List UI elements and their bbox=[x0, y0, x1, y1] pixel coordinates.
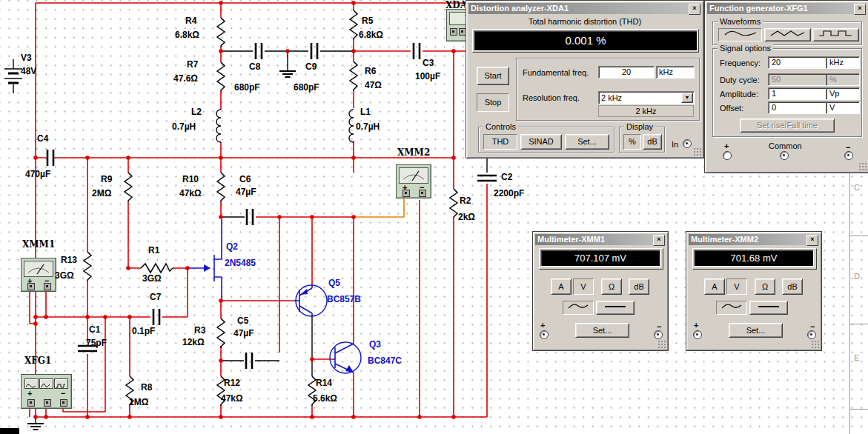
distortion-analyzer-window[interactable]: Distortion analyzer-XDA1 × Total harmoni… bbox=[466, 0, 704, 158]
minus-terminal[interactable] bbox=[44, 283, 51, 290]
minus-terminal[interactable] bbox=[654, 330, 663, 339]
chevron-down-icon[interactable]: ▼ bbox=[681, 93, 693, 103]
sine-wave-button[interactable] bbox=[718, 28, 762, 41]
capacitor-C7[interactable] bbox=[153, 309, 159, 325]
resistor-R6[interactable] bbox=[350, 61, 357, 91]
capacitor-C4[interactable] bbox=[47, 150, 53, 166]
minus-terminal[interactable] bbox=[60, 399, 67, 407]
resolution-freq-dropdown[interactable]: 2 kHz ▼ bbox=[598, 91, 695, 104]
capacitor-C6[interactable] bbox=[247, 209, 253, 225]
capacitor-C2[interactable] bbox=[477, 176, 497, 181]
ampere-button[interactable]: A bbox=[551, 278, 572, 295]
fundamental-freq-input[interactable]: 20 bbox=[598, 66, 655, 79]
resistor-R9[interactable] bbox=[125, 173, 132, 202]
db-button[interactable]: dB bbox=[782, 278, 803, 295]
xmm2-instrument-icon[interactable]: + − bbox=[396, 164, 431, 198]
dc-mode-button[interactable] bbox=[596, 301, 635, 315]
set-button[interactable]: Set... bbox=[575, 323, 629, 338]
sine-wave-icon bbox=[24, 378, 39, 389]
resize-grip[interactable] bbox=[858, 162, 867, 170]
window-titlebar[interactable]: Multimeter-XMM2 bbox=[689, 234, 819, 245]
multimeter-xmm1-window[interactable]: Multimeter-XMM1 × 707.107 mV A V Ω dB Se… bbox=[532, 231, 669, 351]
volt-button[interactable]: V bbox=[573, 278, 594, 295]
dc-mode-button[interactable] bbox=[749, 301, 788, 315]
frequency-unit[interactable]: kHz bbox=[826, 56, 860, 69]
ground-symbol[interactable] bbox=[27, 424, 44, 430]
ac-mode-button[interactable] bbox=[716, 301, 747, 315]
triangle-wave-button[interactable] bbox=[764, 28, 811, 41]
volt-button[interactable]: V bbox=[726, 278, 747, 295]
transistor-Q2[interactable] bbox=[188, 219, 222, 301]
window-titlebar[interactable]: Function generator-XFG1 bbox=[707, 3, 867, 14]
db-button[interactable]: dB bbox=[629, 278, 649, 295]
resistor-R4[interactable] bbox=[217, 18, 225, 47]
square-wave-button[interactable] bbox=[812, 28, 859, 41]
resistor-R2[interactable] bbox=[450, 189, 457, 218]
amplitude-input[interactable]: 1 bbox=[768, 87, 827, 100]
close-icon[interactable]: × bbox=[653, 235, 665, 246]
resize-grip[interactable] bbox=[657, 340, 666, 348]
xmm1-instrument-icon[interactable]: + − bbox=[21, 258, 56, 292]
resize-grip[interactable] bbox=[693, 147, 701, 156]
ground-symbol[interactable] bbox=[279, 71, 296, 77]
resistor-R5[interactable] bbox=[350, 10, 357, 40]
frequency-input[interactable]: 20 bbox=[768, 56, 827, 69]
wire-orange[interactable] bbox=[354, 198, 404, 217]
ohm-button[interactable]: Ω bbox=[755, 278, 775, 295]
minus-terminal[interactable] bbox=[419, 190, 426, 197]
close-icon[interactable]: × bbox=[854, 4, 866, 15]
minus-terminal[interactable] bbox=[807, 330, 816, 339]
thd-button[interactable]: THD bbox=[483, 134, 517, 150]
start-button[interactable]: Start bbox=[477, 67, 509, 85]
inductor-L2[interactable] bbox=[216, 110, 221, 142]
common-terminal[interactable] bbox=[780, 151, 789, 160]
plus-terminal[interactable] bbox=[27, 399, 35, 407]
common-terminal[interactable] bbox=[44, 399, 51, 407]
window-titlebar[interactable]: Multimeter-XMM1 bbox=[535, 234, 666, 245]
fundamental-freq-unit[interactable]: kHz bbox=[656, 66, 695, 79]
percent-button[interactable]: % bbox=[623, 134, 641, 150]
xfg1-instrument-icon[interactable]: + − bbox=[21, 374, 72, 409]
reading-frame: 701.68 mV bbox=[692, 248, 817, 270]
close-icon[interactable]: × bbox=[689, 4, 700, 15]
minus-terminal[interactable] bbox=[844, 151, 853, 160]
in-radio[interactable] bbox=[683, 139, 692, 148]
set-button[interactable]: Set... bbox=[565, 134, 609, 150]
capacitor-C5[interactable] bbox=[246, 353, 252, 369]
function-generator-window[interactable]: Function generator-XFG1 × Waveforms Sign… bbox=[704, 0, 868, 173]
capacitor-C8[interactable] bbox=[256, 43, 262, 59]
wire-black[interactable] bbox=[13, 51, 487, 424]
ac-mode-button[interactable] bbox=[563, 301, 594, 315]
capacitor-C3[interactable] bbox=[414, 43, 420, 59]
resistor-R10[interactable] bbox=[217, 173, 225, 202]
plus-terminal[interactable] bbox=[693, 330, 702, 339]
plus-terminal[interactable] bbox=[27, 283, 35, 290]
stop-button[interactable]: Stop bbox=[477, 93, 509, 112]
inductor-L1[interactable] bbox=[349, 110, 354, 142]
capacitor-C9[interactable] bbox=[311, 43, 317, 59]
ohm-button[interactable]: Ω bbox=[601, 278, 622, 295]
transistor-Q5[interactable] bbox=[296, 285, 327, 316]
schematic-label-3G: 3GΩ bbox=[142, 274, 162, 284]
resistor-R3[interactable] bbox=[217, 318, 225, 348]
close-icon[interactable]: × bbox=[806, 235, 818, 246]
multimeter-xmm2-window[interactable]: Multimeter-XMM2 × 701.68 mV A V Ω dB Set… bbox=[686, 231, 822, 351]
amplitude-unit[interactable]: Vp bbox=[826, 87, 860, 100]
transistor-Q5-leads[interactable] bbox=[294, 284, 312, 316]
resize-grip[interactable] bbox=[811, 340, 819, 348]
resistor-R1[interactable] bbox=[141, 264, 173, 273]
resistor-R13[interactable] bbox=[84, 252, 91, 281]
window-titlebar[interactable]: Distortion analyzer-XDA1 bbox=[468, 3, 701, 14]
offset-input[interactable]: 0 bbox=[768, 101, 827, 114]
set-button[interactable]: Set... bbox=[729, 323, 783, 338]
sinad-button[interactable]: SINAD bbox=[520, 134, 562, 150]
db-button[interactable]: dB bbox=[643, 134, 662, 150]
plus-terminal[interactable] bbox=[540, 330, 549, 339]
xda-icon-terminal[interactable] bbox=[450, 28, 457, 36]
square-wave-icon bbox=[818, 29, 855, 38]
resistor-R7[interactable] bbox=[217, 62, 225, 92]
ampere-button[interactable]: A bbox=[704, 278, 725, 295]
plus-terminal[interactable] bbox=[723, 151, 732, 160]
plus-terminal[interactable] bbox=[402, 190, 410, 197]
offset-unit[interactable]: V bbox=[826, 101, 860, 114]
